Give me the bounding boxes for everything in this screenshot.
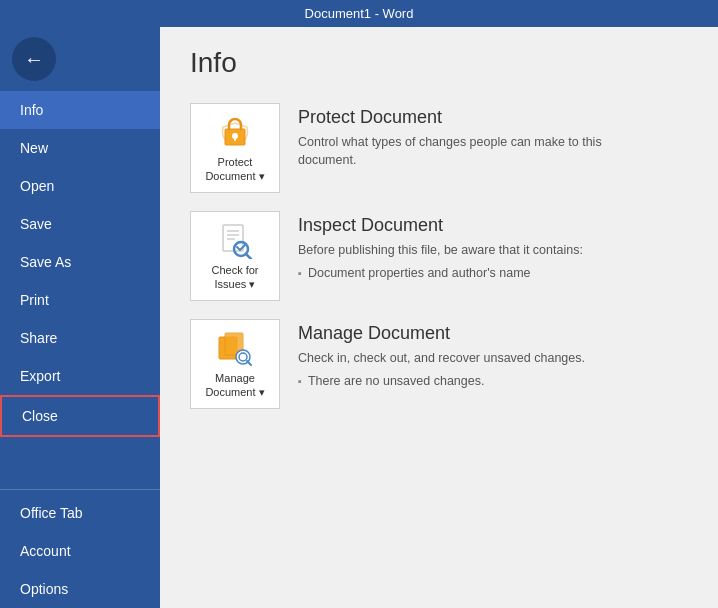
sidebar-item-open[interactable]: Open [0,167,160,205]
action-card-inspect-document: Check forIssues ▾Inspect DocumentBefore … [190,211,688,301]
protect-document-description: Control what types of changes people can… [298,134,658,169]
sidebar-item-save-as[interactable]: Save As [0,243,160,281]
bullet-icon: ▪ [298,267,302,279]
manage-document-button[interactable]: ManageDocument ▾ [190,319,280,409]
manage-document-title: Manage Document [298,323,585,344]
title-text: Document1 - Word [305,6,414,21]
inspect-document-icon [217,221,253,263]
manage-document-bullet: ▪There are no unsaved changes. [298,374,585,388]
protect-document-icon [217,113,253,155]
inspect-document-title: Inspect Document [298,215,583,236]
protect-document-icon-label: ProtectDocument ▾ [205,155,264,184]
inspect-document-description: Before publishing this file, be aware th… [298,242,583,260]
manage-document-icon [217,329,253,371]
nav-bottom: Office TabAccountOptions [0,489,160,608]
manage-document-icon-label: ManageDocument ▾ [205,371,264,400]
sidebar-item-account[interactable]: Account [0,532,160,570]
svg-line-13 [247,361,251,365]
sidebar-item-info[interactable]: Info [0,91,160,129]
sidebar-item-print[interactable]: Print [0,281,160,319]
back-arrow-icon: ← [24,49,44,69]
protect-document-title: Protect Document [298,107,658,128]
protect-document-button[interactable]: ProtectDocument ▾ [190,103,280,193]
svg-line-8 [246,254,251,259]
main-container: ← InfoNewOpenSaveSave AsPrintShareExport… [0,27,718,608]
nav-spacer [0,437,160,489]
action-card-manage-document: ManageDocument ▾Manage DocumentCheck in,… [190,319,688,409]
content-area: Info ProtectDocument ▾Protect DocumentCo… [160,27,718,608]
inspect-document-content: Inspect DocumentBefore publishing this f… [280,211,583,280]
inspect-document-button[interactable]: Check forIssues ▾ [190,211,280,301]
title-bar: Document1 - Word [0,0,718,27]
bullet-icon: ▪ [298,375,302,387]
protect-document-content: Protect DocumentControl what types of ch… [280,103,658,169]
action-card-protect-document: ProtectDocument ▾Protect DocumentControl… [190,103,688,193]
cards-container: ProtectDocument ▾Protect DocumentControl… [190,103,688,409]
manage-document-content: Manage DocumentCheck in, check out, and … [280,319,585,388]
sidebar-item-new[interactable]: New [0,129,160,167]
inspect-document-bullet: ▪Document properties and author's name [298,266,583,280]
sidebar-item-office-tab[interactable]: Office Tab [0,494,160,532]
svg-rect-2 [234,137,236,141]
back-button[interactable]: ← [12,37,56,81]
sidebar-item-share[interactable]: Share [0,319,160,357]
sidebar-item-save[interactable]: Save [0,205,160,243]
sidebar-item-close[interactable]: Close [0,395,160,437]
sidebar: ← InfoNewOpenSaveSave AsPrintShareExport… [0,27,160,608]
bullet-text: There are no unsaved changes. [308,374,485,388]
page-title: Info [190,47,688,79]
manage-document-description: Check in, check out, and recover unsaved… [298,350,585,368]
sidebar-item-options[interactable]: Options [0,570,160,608]
inspect-document-icon-label: Check forIssues ▾ [211,263,258,292]
sidebar-item-export[interactable]: Export [0,357,160,395]
bullet-text: Document properties and author's name [308,266,531,280]
nav-items-container: InfoNewOpenSaveSave AsPrintShareExportCl… [0,91,160,437]
